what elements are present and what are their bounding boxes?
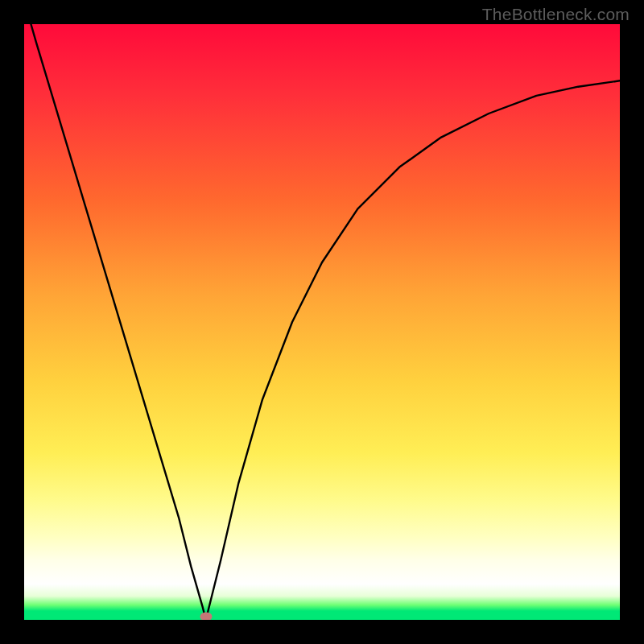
bottleneck-curve-path — [24, 24, 620, 620]
plot-area — [24, 24, 620, 620]
curve-layer — [24, 24, 620, 620]
minimum-marker — [200, 613, 212, 620]
chart-frame: TheBottleneck.com — [0, 0, 644, 644]
watermark-text: TheBottleneck.com — [482, 5, 630, 24]
